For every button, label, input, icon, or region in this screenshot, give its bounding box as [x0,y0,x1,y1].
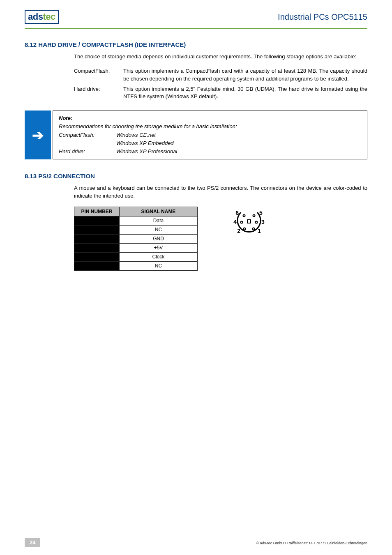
def-harddrive: Hard drive: This option implements a 2,5… [74,85,367,101]
pin-sig-cell: Data [120,216,198,225]
pin-num-cell [74,225,120,234]
section-812-intro: The choice of storage media depends on i… [74,53,367,61]
note-block: ➔ Note: Recommendations for choosing the… [25,111,367,159]
note-key: Hard drive: [59,147,116,156]
svg-point-4 [244,228,246,230]
svg-text:3: 3 [261,219,265,225]
pin-sig-cell: NC [120,225,198,234]
note-val: Windows XP Embedded [116,139,361,147]
svg-point-3 [256,221,258,223]
svg-point-0 [243,214,245,216]
svg-text:6: 6 [235,210,239,216]
note-cf-line1: CompactFlash: Windows CE.net [59,131,361,139]
table-row: Data [74,216,198,225]
page-header: adstec Industrial PCs OPC5115 [0,0,392,27]
note-val: Windows CE.net [116,131,361,139]
note-arrow-icon: ➔ [25,111,51,159]
def-desc: This option implements a CompactFlash ca… [123,67,367,83]
svg-point-2 [241,221,243,223]
pin-col-number: PIN NUMBER [74,207,120,216]
pin-num-cell [74,261,120,270]
table-row: NC [74,225,198,234]
section-812-heading: 8.12 HARD DRIVE / COMPACTFLASH (IDE INTE… [25,41,367,48]
page-content: 8.12 HARD DRIVE / COMPACTFLASH (IDE INTE… [0,29,392,271]
pin-table: PIN NUMBER SIGNAL NAME Data NC GND +5V C… [74,207,198,271]
ps2-row: PIN NUMBER SIGNAL NAME Data NC GND +5V C… [74,207,367,271]
note-hd-line: Hard drive: Windows XP Professional [59,147,361,156]
logo: adstec [25,10,59,24]
ps2-connector-diagram: 6 5 4 3 2 1 [231,207,267,241]
pin-col-signal: SIGNAL NAME [120,207,198,216]
table-row: NC [74,261,198,270]
logo-tec: tec [43,12,55,22]
pin-sig-cell: +5V [120,243,198,252]
pin-num-cell [74,243,120,252]
table-row: Clock [74,252,198,261]
footer-divider [25,535,367,535]
pin-sig-cell: Clock [120,252,198,261]
note-cf-line2: Windows XP Embedded [59,139,361,147]
pin-num-cell [74,252,120,261]
footer-copyright: © ads-tec GmbH • Raiffeisenstr.14 • 7077… [256,541,367,545]
section-813-intro: A mouse and a keyboard can be connected … [74,184,367,200]
svg-rect-6 [247,220,251,223]
note-key-empty [59,139,116,147]
section-813-heading: 8.13 PS/2 CONNECTION [25,173,367,180]
def-desc: This option implements a 2,5" Festplatte… [123,85,367,101]
table-row: +5V [74,243,198,252]
note-line: Recommendations for choosing the storage… [59,122,361,131]
pin-num-cell [74,216,120,225]
def-term: CompactFlash: [74,67,123,83]
svg-point-5 [253,228,255,230]
note-key: CompactFlash: [59,131,116,139]
svg-text:2: 2 [237,228,240,234]
pin-sig-cell: NC [120,261,198,270]
logo-ads: ads [28,12,43,22]
def-compactflash: CompactFlash: This option implements a C… [74,67,367,83]
note-box: Note: Recommendations for choosing the s… [53,111,367,159]
header-title: Industrial PCs OPC5115 [278,12,367,22]
svg-text:1: 1 [258,228,261,234]
def-term: Hard drive: [74,85,123,101]
svg-text:4: 4 [233,219,237,225]
pin-sig-cell: GND [120,234,198,243]
note-title: Note: [59,114,361,122]
svg-point-1 [253,214,255,216]
pin-num-cell [74,234,120,243]
svg-text:5: 5 [259,210,263,216]
page-number: 24 [25,538,40,547]
table-row: GND [74,234,198,243]
note-val: Windows XP Professional [116,147,361,156]
